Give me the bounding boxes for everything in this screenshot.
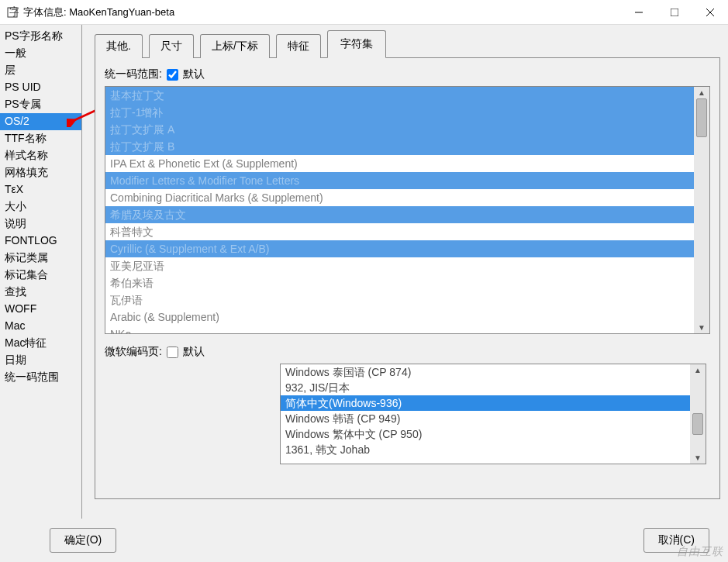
sidebar-item-14[interactable]: 标记集合 bbox=[0, 267, 81, 284]
watermark: 自由互联 bbox=[677, 545, 723, 559]
sidebar-item-12[interactable]: FONTLOG bbox=[0, 233, 81, 250]
tab-1[interactable]: 尺寸 bbox=[149, 34, 194, 58]
unicode-range-listbox[interactable]: 基本拉丁文拉丁-1增补拉丁文扩展 A拉丁文扩展 BIPA Ext & Phone… bbox=[105, 86, 710, 334]
scroll-thumb[interactable] bbox=[692, 413, 703, 435]
minimize-button[interactable] bbox=[621, 0, 657, 25]
svg-rect-3 bbox=[671, 9, 678, 16]
svg-text:字: 字 bbox=[9, 6, 19, 18]
tab-0[interactable]: 其他. bbox=[95, 34, 143, 58]
sidebar-item-10[interactable]: 大小 bbox=[0, 198, 81, 215]
sidebar-item-4[interactable]: PS专属 bbox=[0, 96, 81, 113]
unicode-range-item[interactable]: NKo bbox=[105, 326, 694, 333]
tab-panel-charset: 统一码范围: 默认 基本拉丁文拉丁-1增补拉丁文扩展 A拉丁文扩展 BIPA E… bbox=[95, 57, 720, 499]
scroll-thumb[interactable] bbox=[696, 98, 707, 137]
scroll-down-icon[interactable]: ▼ bbox=[698, 323, 706, 332]
scrollbar-2[interactable]: ▲ ▼ bbox=[690, 364, 706, 464]
codepage-item[interactable]: 1361, 韩文 Johab bbox=[281, 442, 690, 457]
maximize-button[interactable] bbox=[657, 0, 692, 25]
tab-2[interactable]: 上标/下标 bbox=[200, 34, 270, 58]
scroll-up-icon[interactable]: ▲ bbox=[698, 88, 706, 97]
ms-default-label: 默认 bbox=[183, 345, 205, 359]
sidebar-item-19[interactable]: 日期 bbox=[0, 352, 81, 369]
unicode-range-item[interactable]: 拉丁文扩展 B bbox=[105, 138, 694, 155]
codepage-item[interactable]: 简体中文(Windows-936) bbox=[281, 395, 690, 411]
sidebar-item-15[interactable]: 查找 bbox=[0, 284, 81, 301]
window-title: 字体信息: MaoKenTangYuan-beta bbox=[23, 5, 621, 19]
unicode-range-label: 统一码范围: bbox=[105, 67, 162, 81]
tab-bar: 其他.尺寸上标/下标特征字符集 bbox=[95, 29, 720, 57]
sidebar-item-20[interactable]: 统一码范围 bbox=[0, 369, 81, 386]
unicode-range-item[interactable]: 亚美尼亚语 bbox=[105, 257, 694, 274]
codepage-item[interactable]: Windows 繁体中文 (CP 950) bbox=[281, 426, 690, 442]
codepage-listbox[interactable]: Windows 泰国语 (CP 874)932, JIS/日本简体中文(Wind… bbox=[280, 364, 706, 464]
unicode-default-checkbox[interactable] bbox=[167, 69, 178, 81]
unicode-range-item[interactable]: 拉丁-1增补 bbox=[105, 104, 694, 121]
unicode-range-item[interactable]: 基本拉丁文 bbox=[105, 87, 694, 104]
unicode-default-label: 默认 bbox=[183, 67, 205, 81]
unicode-range-item[interactable]: 科普特文 bbox=[105, 223, 694, 240]
ms-default-checkbox[interactable] bbox=[167, 347, 178, 358]
sidebar-item-2[interactable]: 层 bbox=[0, 62, 81, 79]
scroll-up-icon[interactable]: ▲ bbox=[694, 366, 702, 374]
sidebar-item-5[interactable]: OS/2 bbox=[0, 113, 81, 130]
sidebar-item-0[interactable]: PS字形名称 bbox=[0, 28, 81, 45]
ms-codepage-label: 微软编码页: bbox=[105, 345, 162, 359]
sidebar-item-13[interactable]: 标记类属 bbox=[0, 250, 81, 267]
unicode-range-item[interactable]: 希伯来语 bbox=[105, 274, 694, 291]
sidebar-item-8[interactable]: 网格填充 bbox=[0, 164, 81, 181]
unicode-range-item[interactable]: Combining Diacritical Marks (& Supplemen… bbox=[105, 189, 694, 206]
sidebar-item-9[interactable]: TεX bbox=[0, 181, 81, 198]
sidebar-item-1[interactable]: 一般 bbox=[0, 45, 81, 62]
close-button[interactable] bbox=[692, 0, 728, 25]
ok-button[interactable]: 确定(O) bbox=[50, 528, 116, 553]
unicode-range-item[interactable]: 拉丁文扩展 A bbox=[105, 121, 694, 138]
scroll-down-icon[interactable]: ▼ bbox=[694, 453, 702, 462]
sidebar-item-16[interactable]: WOFF bbox=[0, 301, 81, 318]
codepage-item[interactable]: Windows 韩语 (CP 949) bbox=[281, 411, 690, 426]
sidebar-item-6[interactable]: TTF名称 bbox=[0, 130, 81, 147]
unicode-range-item[interactable]: IPA Ext & Phonetic Ext (& Supplement) bbox=[105, 155, 694, 172]
dialog-footer: 确定(O) 取消(C) bbox=[0, 519, 728, 562]
sidebar-item-17[interactable]: Mac bbox=[0, 318, 81, 335]
sidebar-item-7[interactable]: 样式名称 bbox=[0, 147, 81, 164]
codepage-item[interactable]: Windows 泰国语 (CP 874) bbox=[281, 364, 690, 380]
titlebar: 字 字体信息: MaoKenTangYuan-beta bbox=[0, 0, 728, 25]
codepage-item[interactable]: 932, JIS/日本 bbox=[281, 380, 690, 395]
app-icon: 字 bbox=[6, 6, 19, 19]
sidebar-item-3[interactable]: PS UID bbox=[0, 79, 81, 96]
unicode-range-item[interactable]: Arabic (& Supplement) bbox=[105, 309, 694, 326]
unicode-range-item[interactable]: 瓦伊语 bbox=[105, 291, 694, 309]
unicode-range-item[interactable]: Modifier Letters & Modifier Tone Letters bbox=[105, 172, 694, 189]
unicode-range-item[interactable]: 希腊及埃及古文 bbox=[105, 206, 694, 223]
tab-4[interactable]: 字符集 bbox=[327, 30, 386, 58]
unicode-range-item[interactable]: Cyrillic (& Supplement & Ext A/B) bbox=[105, 240, 694, 257]
sidebar-item-18[interactable]: Mac特征 bbox=[0, 335, 81, 352]
sidebar: PS字形名称一般层PS UIDPS专属OS/2TTF名称样式名称网格填充TεX大… bbox=[0, 25, 82, 519]
tab-3[interactable]: 特征 bbox=[276, 34, 321, 58]
sidebar-item-11[interactable]: 说明 bbox=[0, 215, 81, 233]
main-panel: 其他.尺寸上标/下标特征字符集 统一码范围: 默认 基本拉丁文拉丁-1增补拉丁文… bbox=[82, 25, 728, 519]
scrollbar[interactable]: ▲ ▼ bbox=[694, 87, 709, 333]
